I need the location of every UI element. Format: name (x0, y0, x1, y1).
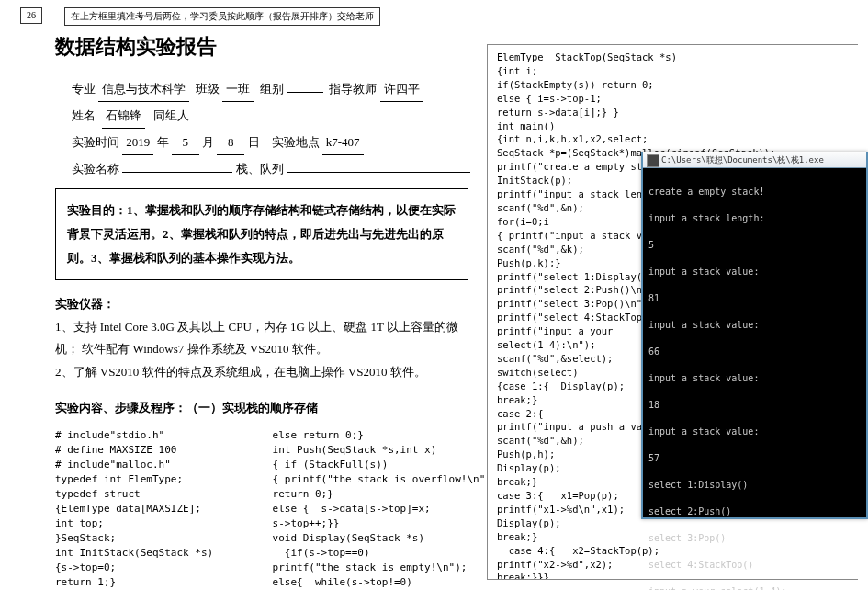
console-window: C:\Users\联想\Documents\栈\栈1.exe create a … (641, 152, 868, 519)
left-column: 数据结构实验报告 专业 信息与技术科学 班级 一班 组别 指导教师 许四平 姓名… (55, 33, 468, 590)
code-left-col-b: else return 0;} int Push(SeqStack *s,int… (273, 428, 498, 590)
console-line: input a your select(1-4): (648, 585, 861, 591)
steps-title: 实验内容、步骤及程序：（一）实现栈的顺序存储 (55, 401, 318, 414)
major-label: 专业 (72, 82, 96, 96)
teacher-label: 指导教师 (329, 82, 377, 96)
top-instruction: 在上方框里填准考号后两位，学习委员按此顺序（报告展开排序）交给老师 (64, 7, 380, 26)
console-line: select 1:Display() (648, 479, 861, 493)
console-line: 57 (648, 452, 861, 466)
console-line: select 4:StackTop() (648, 559, 861, 573)
equip-body: 1、支持 Intel Core 3.0G 及其以上 CPU，内存 1G 以上、硬… (55, 320, 458, 379)
console-line: select 3:Pop() (648, 532, 861, 546)
console-titlebar: C:\Users\联想\Documents\栈\栈1.exe (643, 152, 866, 168)
meta-line-2: 姓名 石锦锋 同组人 (72, 104, 468, 129)
report-title: 数据结构实验报告 (55, 33, 468, 61)
month-suffix: 月 (202, 135, 214, 149)
place-value: k7-407 (322, 130, 364, 155)
year-suffix: 年 (157, 135, 169, 149)
month-value: 5 (172, 130, 199, 155)
console-line: 5 (648, 239, 861, 253)
console-line: input a stack value: (648, 425, 861, 439)
meta-line-3: 实验时间 2019 年 5 月 8 日 实验地点 k7-407 (72, 130, 468, 155)
name-label: 姓名 (72, 108, 96, 122)
console-line: create a empty stack! (648, 186, 861, 199)
meta-line-4: 实验名称 栈、队列 (72, 157, 468, 181)
console-line: input a stack value: (648, 266, 861, 279)
class-value: 一班 (222, 77, 254, 102)
steps-section: 实验内容、步骤及程序：（一）实现栈的顺序存储 (55, 397, 468, 420)
meta-line-1: 专业 信息与技术科学 班级 一班 组别 指导教师 许四平 (72, 77, 468, 102)
name-value: 石锦锋 (102, 104, 145, 129)
expname-blank (122, 172, 232, 173)
teacher-value: 许四平 (380, 77, 423, 102)
console-line: 66 (648, 346, 861, 359)
expname-value: 栈、队列 (236, 162, 284, 176)
place-label: 实验地点 (272, 135, 320, 149)
group-label: 组别 (260, 82, 284, 96)
console-line: input a stack length: (648, 212, 861, 226)
console-line: select 2:Push() (648, 505, 861, 519)
code-left-col-a: # include"stdio.h" # define MAXSIZE 100 … (55, 428, 256, 590)
console-body: create a empty stack! input a stack leng… (643, 168, 866, 590)
page-number-badge: 26 (20, 7, 42, 24)
partner-label: 同组人 (153, 108, 189, 122)
equip-title: 实验仪器： (55, 297, 115, 311)
time-label: 实验时间 (72, 135, 119, 149)
equipment-section: 实验仪器： 1、支持 Intel Core 3.0G 及其以上 CPU，内存 1… (55, 293, 468, 384)
expname-label: 实验名称 (72, 162, 119, 176)
partner-value (193, 119, 395, 119)
day-suffix: 日 (248, 135, 260, 149)
major-value: 信息与技术科学 (98, 77, 189, 102)
console-line: 18 (648, 399, 861, 413)
code-left-block: # include"stdio.h" # define MAXSIZE 100 … (55, 428, 468, 590)
purpose-box: 实验目的：1、掌握栈和队列的顺序存储结构和链式存储结构，以便在实际背景下灵活运用… (55, 188, 468, 280)
group-value (287, 92, 323, 93)
expname-blank2 (287, 172, 470, 173)
day-value: 8 (217, 130, 244, 155)
console-line: input a stack value: (648, 319, 861, 333)
console-line: 81 (648, 292, 861, 306)
class-label: 班级 (196, 82, 220, 96)
year-value: 2019 (122, 130, 153, 155)
console-line: input a stack value: (648, 372, 861, 386)
